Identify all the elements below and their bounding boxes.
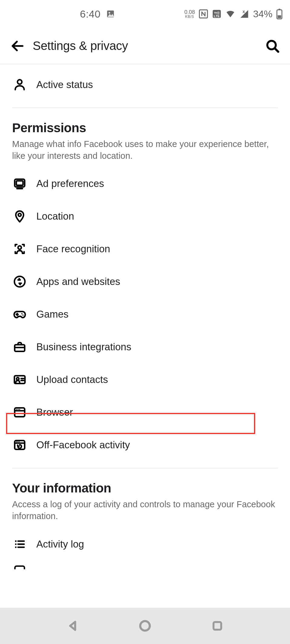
item-activity-log[interactable]: Activity log — [0, 528, 290, 561]
svg-point-34 — [140, 621, 150, 631]
person-icon — [12, 77, 27, 92]
svg-rect-8 — [278, 9, 280, 10]
nav-recent-button[interactable] — [209, 618, 225, 634]
unknown-icon — [12, 565, 27, 569]
section-title: Permissions — [12, 121, 278, 135]
divider — [12, 108, 278, 108]
nfc-icon — [199, 9, 208, 19]
battery-icon — [276, 8, 283, 19]
section-title: Your information — [12, 481, 278, 495]
svg-point-29 — [19, 442, 20, 443]
section-permissions-header: Permissions Manage what info Facebook us… — [0, 115, 290, 162]
svg-rect-9 — [278, 15, 281, 18]
svg-point-15 — [18, 246, 21, 249]
svg-point-28 — [17, 442, 18, 443]
svg-rect-33 — [15, 566, 25, 569]
item-label: Apps and websites — [36, 276, 120, 287]
svg-point-21 — [17, 378, 19, 380]
item-label: Ad preferences — [36, 178, 104, 189]
section-subtitle: Manage what info Facebook uses to make y… — [12, 138, 278, 162]
browser-window-icon — [12, 405, 27, 420]
sync-arrows-icon — [12, 274, 27, 289]
volte-icon: Vo))LTE — [212, 9, 222, 19]
item-label: Off-Facebook activity — [36, 439, 130, 451]
item-active-status[interactable]: Active status — [0, 68, 290, 101]
item-label: Games — [36, 309, 68, 320]
svg-rect-35 — [214, 622, 221, 629]
svg-point-1 — [109, 12, 110, 14]
section-subtitle: Access a log of your activity and contro… — [12, 499, 278, 522]
page-title: Settings & privacy — [33, 39, 128, 53]
status-bar: 6:40 0.08 KB/S Vo))LTE x 34% — [0, 0, 290, 28]
svg-point-27 — [16, 442, 17, 443]
battery-percent: 34% — [253, 8, 272, 20]
face-scan-icon — [12, 241, 27, 257]
history-window-icon — [12, 437, 27, 453]
section-your-information-header: Your information Access a log of your ac… — [0, 475, 290, 522]
svg-point-11 — [18, 80, 22, 84]
svg-point-24 — [18, 409, 18, 410]
svg-point-23 — [16, 409, 17, 410]
item-off-facebook-activity[interactable]: Off-Facebook activity — [0, 429, 290, 461]
back-button[interactable] — [8, 37, 27, 55]
nav-home-button[interactable] — [137, 618, 153, 634]
item-games[interactable]: Games — [0, 298, 290, 331]
nav-back-button[interactable] — [65, 618, 81, 634]
item-label: Location — [36, 211, 74, 222]
svg-point-31 — [15, 543, 17, 545]
svg-rect-13 — [16, 181, 23, 185]
location-pin-icon — [12, 209, 27, 224]
svg-text:Vo)): Vo)) — [214, 11, 219, 14]
svg-point-32 — [15, 546, 17, 548]
svg-point-30 — [15, 540, 17, 542]
svg-point-25 — [19, 409, 20, 410]
list-icon — [12, 537, 27, 552]
search-button[interactable] — [263, 37, 282, 55]
item-label: Browser — [36, 407, 73, 418]
svg-point-14 — [18, 214, 21, 217]
cell-signal-icon: x — [239, 9, 249, 19]
app-header: Settings & privacy — [0, 28, 290, 64]
item-label: Business integrations — [36, 341, 131, 353]
item-partial-next[interactable] — [0, 561, 290, 573]
status-time: 6:40 — [80, 8, 101, 20]
svg-point-18 — [22, 315, 24, 316]
item-apps-websites[interactable]: Apps and websites — [0, 265, 290, 298]
gamepad-icon — [12, 307, 27, 322]
briefcase-icon — [12, 339, 27, 355]
svg-text:LTE: LTE — [214, 14, 220, 18]
svg-point-16 — [15, 276, 25, 287]
item-label: Face recognition — [36, 243, 110, 255]
settings-list: Active status Permissions Manage what in… — [0, 68, 290, 573]
wifi-icon — [225, 9, 236, 19]
monitor-icon — [12, 176, 27, 191]
svg-text:x: x — [242, 9, 245, 14]
net-speed-indicator: 0.08 KB/S — [184, 9, 195, 18]
item-business-integrations[interactable]: Business integrations — [0, 331, 290, 363]
item-label: Upload contacts — [36, 374, 108, 385]
item-browser[interactable]: Browser — [0, 396, 290, 429]
system-nav-bar — [0, 608, 290, 644]
item-upload-contacts[interactable]: Upload contacts — [0, 363, 290, 396]
item-label: Activity log — [36, 538, 84, 550]
divider — [12, 468, 278, 468]
id-card-icon — [12, 372, 27, 387]
photo-icon — [106, 9, 115, 18]
item-face-recognition[interactable]: Face recognition — [0, 233, 290, 265]
item-ad-preferences[interactable]: Ad preferences — [0, 167, 290, 200]
item-location[interactable]: Location — [0, 200, 290, 233]
svg-point-17 — [21, 313, 22, 314]
item-label: Active status — [36, 79, 93, 90]
